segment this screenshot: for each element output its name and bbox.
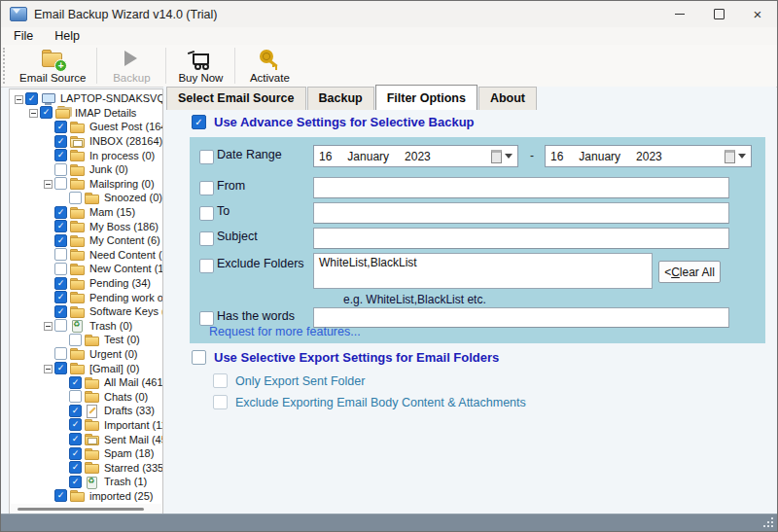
close-icon[interactable]: ×	[738, 1, 777, 27]
tree-checkbox[interactable]	[54, 291, 67, 303]
tree-item[interactable]: My Boss (186)	[10, 219, 162, 233]
buy-now-button[interactable]: Buy Now	[168, 45, 232, 87]
email-source-button[interactable]: Email Source	[11, 45, 94, 87]
tree-checkbox[interactable]	[69, 390, 82, 403]
tree-item[interactable]: Software Keys (36)	[10, 304, 162, 319]
tree-item[interactable]: Snoozed (0)	[10, 191, 162, 205]
tree-item[interactable]: Guest Post (164)	[10, 120, 162, 134]
tree-checkbox[interactable]	[69, 418, 82, 431]
tab-about[interactable]: About	[478, 87, 537, 110]
minimize-icon[interactable]	[660, 1, 699, 27]
clear-all-button[interactable]: <Clear All	[658, 261, 721, 283]
tree-checkbox[interactable]	[54, 177, 67, 190]
collapse-expander-icon[interactable]	[43, 320, 53, 331]
collapse-expander-icon[interactable]	[14, 93, 24, 104]
tree-item[interactable]: Sent Mail (4538)	[10, 432, 162, 446]
calendar-dropdown-icon[interactable]	[725, 150, 746, 163]
tree-item[interactable]: imported (25)	[10, 489, 162, 503]
activate-button[interactable]: Activate	[237, 45, 301, 87]
collapse-expander-icon[interactable]	[43, 178, 53, 189]
to-input[interactable]	[313, 202, 729, 224]
tree-checkbox[interactable]	[69, 334, 82, 346]
tree-checkbox[interactable]	[69, 192, 82, 204]
tree-checkbox[interactable]	[69, 476, 82, 488]
tree-item[interactable]: Trash (1)	[10, 475, 162, 489]
tree-item[interactable]: Starred (335)	[10, 460, 162, 475]
tab-select-email-source[interactable]: Select Email Source	[166, 87, 306, 110]
tree-item[interactable]: IMAP Details	[10, 106, 162, 121]
tree-checkbox[interactable]	[69, 405, 82, 417]
tree-item[interactable]: INBOX (28164)	[10, 134, 162, 149]
tree-checkbox[interactable]	[54, 234, 67, 247]
tree-item[interactable]: Mam (15)	[10, 205, 162, 220]
tree-checkbox[interactable]	[54, 206, 67, 219]
subject-input[interactable]	[313, 228, 729, 249]
tree-checkbox[interactable]	[69, 433, 82, 445]
tree-item[interactable]: Need Content (14)	[10, 248, 162, 263]
exclude-folders-checkbox[interactable]	[199, 259, 214, 273]
tree-checkbox[interactable]	[69, 461, 82, 474]
tree-item[interactable]: LAPTOP-SNDAKSVQ	[10, 91, 162, 106]
tree-checkbox[interactable]	[25, 92, 38, 105]
tree-checkbox[interactable]	[54, 121, 67, 133]
tree-item[interactable]: Spam (18)	[10, 446, 162, 461]
tree-checkbox[interactable]	[40, 106, 53, 119]
has-the-words-checkbox[interactable]	[199, 311, 214, 326]
horizontal-scrollbar[interactable]	[11, 504, 161, 514]
tree-item[interactable]: My Content (6)	[10, 233, 162, 248]
tree-checkbox[interactable]	[54, 347, 67, 360]
only-export-sent-checkbox[interactable]	[213, 373, 228, 388]
tree-item[interactable]: In process (0)	[10, 148, 162, 162]
tree-item[interactable]: Trash (0)	[10, 319, 162, 334]
tree-item[interactable]: Pending (34)	[10, 276, 162, 291]
tree-checkbox[interactable]	[54, 362, 67, 374]
exclude-body-attachments-checkbox[interactable]	[213, 395, 228, 409]
to-checkbox[interactable]	[199, 206, 214, 221]
date-from-field[interactable]: 16 January 2023	[313, 145, 518, 167]
tree-item[interactable]: Chats (0)	[10, 389, 162, 404]
from-checkbox[interactable]	[199, 181, 214, 195]
collapse-expander-icon[interactable]	[43, 363, 53, 373]
tree-checkbox[interactable]	[54, 263, 67, 275]
tree-checkbox[interactable]	[54, 319, 67, 332]
tree-item[interactable]: New Content (1)	[10, 262, 162, 276]
date-to-field[interactable]: 16 January 2023	[545, 145, 752, 167]
tree-checkbox[interactable]	[54, 163, 67, 176]
tree-item[interactable]: Test (0)	[10, 333, 162, 347]
tree-item[interactable]: Drafts (33)	[10, 404, 162, 418]
tree-checkbox[interactable]	[54, 149, 67, 161]
toolbar-grip[interactable]	[3, 48, 9, 84]
exclude-folders-input[interactable]: WhiteList,BlackList	[313, 253, 653, 289]
tree-checkbox[interactable]	[54, 305, 67, 318]
calendar-dropdown-icon[interactable]	[491, 150, 513, 163]
tree-checkbox[interactable]	[69, 376, 82, 389]
request-features-link[interactable]: Request for more features...	[209, 325, 361, 338]
tree-item[interactable]: [Gmail] (0)	[10, 361, 162, 375]
tree-item[interactable]: Pending work of sir (	[10, 290, 162, 304]
menu-file[interactable]: File	[14, 29, 33, 43]
tab-filter-options[interactable]: Filter Options	[375, 85, 477, 110]
tree-item[interactable]: Urgent (0)	[10, 347, 162, 362]
resize-grip-icon[interactable]	[771, 525, 773, 527]
collapse-expander-icon[interactable]	[28, 107, 39, 118]
tree-checkbox[interactable]	[54, 489, 67, 502]
tree-checkbox[interactable]	[54, 248, 67, 261]
tree-item[interactable]: All Mail (46180)	[10, 375, 162, 390]
tree-checkbox[interactable]	[69, 447, 82, 460]
tree-item[interactable]: Junk (0)	[10, 162, 162, 177]
tree-checkbox[interactable]	[54, 135, 67, 148]
has-the-words-input[interactable]	[313, 307, 729, 328]
menu-help[interactable]: Help	[54, 29, 80, 43]
from-input[interactable]	[313, 177, 729, 198]
tree-item[interactable]: Important (11874)	[10, 418, 162, 433]
subject-checkbox[interactable]	[199, 231, 214, 246]
tree-checkbox[interactable]	[54, 277, 67, 290]
tab-backup[interactable]: Backup	[307, 87, 374, 110]
tree-checkbox[interactable]	[54, 220, 67, 232]
date-range-checkbox[interactable]	[199, 150, 214, 164]
scrollbar-thumb[interactable]	[18, 508, 144, 511]
advance-settings-checkbox[interactable]	[192, 115, 206, 129]
maximize-icon[interactable]	[699, 1, 738, 27]
tree-item[interactable]: Mailspring (0)	[10, 177, 162, 192]
selective-export-checkbox[interactable]	[192, 350, 206, 365]
